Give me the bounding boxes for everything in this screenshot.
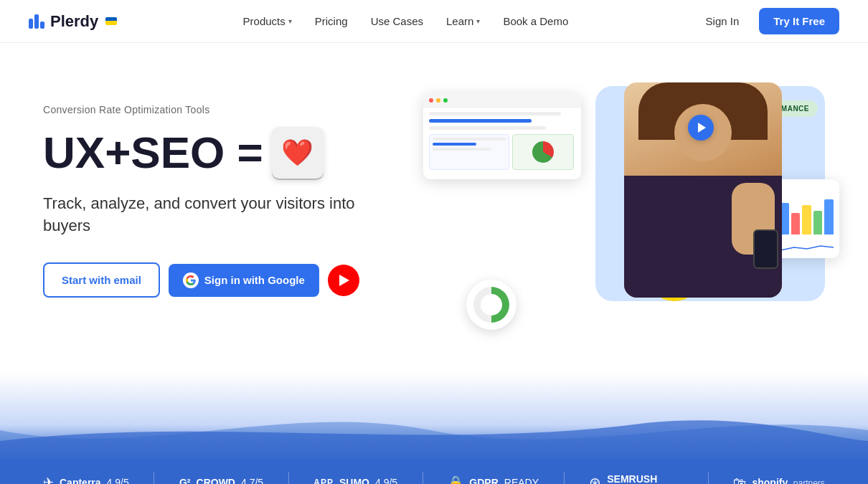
nav-pricing[interactable]: Pricing	[305, 9, 358, 33]
capterra-icon: ✈	[43, 475, 54, 484]
semrush-icon: ⊛	[589, 474, 601, 484]
shopify-name: shopify	[752, 477, 788, 484]
nav-products[interactable]: Products ▾	[233, 9, 302, 33]
hero-left: Conversion Rate Optimization Tools UX+SE…	[43, 104, 387, 298]
shopify-tagline: partners	[793, 478, 825, 484]
g2-name: CROWD	[197, 477, 235, 484]
play-overlay-icon[interactable]	[688, 115, 714, 141]
sign-in-google-button[interactable]: Sign in with Google	[169, 264, 319, 297]
header-actions: Sign In Try It Free	[694, 8, 839, 34]
g2-icon: G²	[179, 477, 191, 484]
appsumo-score: 4.9/5	[375, 477, 397, 484]
divider	[564, 472, 565, 484]
headline-text: UX+SEO =	[43, 128, 263, 177]
google-button-label: Sign in with Google	[204, 274, 305, 286]
hero-actions: Start with email Sign in with Google	[43, 262, 387, 298]
hero-section: Conversion Rate Optimization Tools UX+SE…	[0, 43, 868, 373]
try-free-button[interactable]: Try It Free	[759, 8, 839, 34]
gdpr-badge: 🔒 GDPR READY	[448, 475, 539, 484]
capterra-score: 4.9/5	[107, 477, 129, 484]
divider	[288, 472, 289, 484]
semrush-name: SEMRUSH	[607, 473, 683, 485]
start-email-button[interactable]: Start with email	[43, 262, 160, 298]
nav-book-demo[interactable]: Book a Demo	[493, 9, 578, 33]
hero-illustration: SALES PERFORMANCE Sales Performance 709 …	[423, 79, 825, 323]
wave-container	[0, 373, 868, 459]
play-icon	[339, 275, 349, 286]
nav-learn[interactable]: Learn ▾	[436, 9, 490, 33]
wave-svg	[0, 402, 868, 459]
semrush-badge: ⊛ SEMRUSH TECHNICAL PARTNER	[589, 473, 683, 485]
sign-in-button[interactable]: Sign In	[694, 9, 751, 33]
shopify-info: shopify partners	[752, 477, 824, 484]
divider	[154, 472, 154, 484]
g2-badge: G² CROWD 4.7/5	[179, 477, 263, 484]
footer-bar: ✈ Capterra 4.9/5 G² CROWD 4.7/5 APP SUMO…	[0, 459, 868, 484]
semrush-info: SEMRUSH TECHNICAL PARTNER	[607, 473, 683, 485]
appsumo-icon: APP	[313, 478, 334, 484]
chevron-down-icon: ▾	[288, 17, 292, 25]
speedometer-widget	[466, 280, 516, 330]
ukraine-flag	[105, 17, 117, 25]
heart-key-icon: ❤️	[272, 127, 324, 179]
gdpr-status: READY	[504, 477, 539, 484]
gdpr-name: GDPR	[469, 477, 498, 484]
hero-tagline: Track, analyze, and convert your visitor…	[43, 193, 387, 237]
google-icon	[183, 272, 199, 288]
main-nav: Products ▾ Pricing Use Cases Learn ▾ Boo…	[233, 9, 579, 33]
g2-score: 4.7/5	[241, 477, 263, 484]
hero-subtitle: Conversion Rate Optimization Tools	[43, 104, 387, 115]
appsumo-name: SUMO	[339, 477, 369, 484]
chevron-down-icon: ▾	[476, 17, 480, 25]
capterra-name: Capterra	[60, 477, 101, 484]
lock-icon: 🔒	[448, 475, 463, 484]
divider	[708, 472, 709, 484]
appsumo-badge: APP SUMO 4.9/5	[313, 477, 397, 484]
header: Plerdy Products ▾ Pricing Use Cases Lear…	[0, 0, 868, 43]
divider	[423, 472, 423, 484]
youtube-button[interactable]	[328, 265, 359, 296]
wave-section	[0, 373, 868, 459]
hero-headline: UX+SEO = ❤️	[43, 127, 387, 179]
logo-text: Plerdy	[50, 12, 98, 31]
logo-icon	[29, 14, 44, 29]
logo[interactable]: Plerdy	[29, 12, 117, 31]
nav-use-cases[interactable]: Use Cases	[361, 9, 433, 33]
shopify-badge: 🛍 shopify partners	[733, 475, 824, 485]
screenshot-widget	[423, 93, 581, 179]
capterra-badge: ✈ Capterra 4.9/5	[43, 475, 129, 484]
shopify-icon: 🛍	[733, 475, 746, 485]
